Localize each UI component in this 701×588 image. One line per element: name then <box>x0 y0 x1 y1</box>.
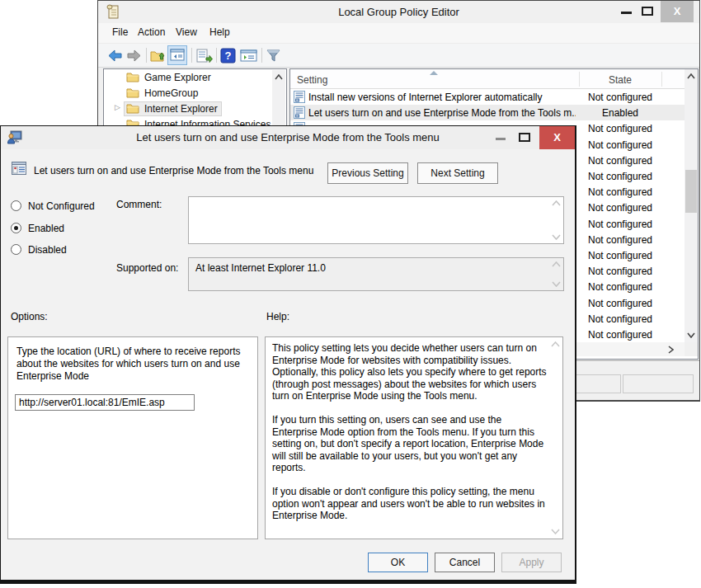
status-pane <box>623 374 694 393</box>
column-setting[interactable]: Setting <box>297 74 327 86</box>
help-icon[interactable]: ? <box>220 48 236 64</box>
state-cell: Not configured <box>579 266 661 277</box>
state-cell: Not configured <box>579 298 661 309</box>
menu-help[interactable]: Help <box>209 26 230 38</box>
state-cell: Not configured <box>579 329 661 341</box>
chevron-down-icon[interactable] <box>552 281 561 287</box>
radio-enabled[interactable]: Enabled <box>11 222 64 234</box>
list-header[interactable]: Setting State <box>290 69 685 89</box>
ok-button[interactable]: OK <box>368 553 428 572</box>
tree-item-internet-explorer[interactable]: ▷Internet Explorer <box>104 101 286 116</box>
state-cell: Not configured <box>579 171 661 182</box>
dialog-minimize-icon[interactable] <box>496 138 506 140</box>
menu-file[interactable]: File <box>112 26 128 38</box>
comment-input[interactable] <box>188 196 564 244</box>
table-row[interactable]: Install new versions of Internet Explore… <box>290 89 685 105</box>
state-cell: Not configured <box>579 155 661 167</box>
close-icon[interactable]: X <box>661 1 694 22</box>
chevron-down-icon[interactable] <box>551 529 560 534</box>
tree-item-label: Internet Explorer <box>144 103 218 115</box>
state-cell: Not configured <box>579 202 661 214</box>
chevron-up-icon[interactable] <box>551 341 560 347</box>
state-cell: Not configured <box>579 139 661 151</box>
console-window-icon[interactable] <box>240 48 257 64</box>
maximize-icon[interactable] <box>642 7 653 16</box>
state-cell: Not configured <box>579 123 661 134</box>
state-cell: Not configured <box>579 92 661 103</box>
column-state[interactable]: State <box>579 74 661 86</box>
policy-setting-dialog: Let users turn on and use Enterprise Mod… <box>0 125 576 584</box>
dialog-titlebar[interactable]: Let users turn on and use Enterprise Mod… <box>1 126 575 149</box>
toolbar: ? <box>98 44 699 68</box>
tree-item-game-explorer[interactable]: Game Explorer <box>104 69 286 85</box>
chevron-up-icon[interactable] <box>552 261 561 267</box>
list-vertical-scrollbar[interactable] <box>685 69 698 342</box>
list-view-icon-selected[interactable] <box>167 45 187 65</box>
radio-disabled[interactable]: Disabled <box>11 243 67 256</box>
previous-setting-button[interactable]: Previous Setting <box>327 162 408 184</box>
state-cell: Enabled <box>579 107 661 119</box>
folder-icon <box>126 72 139 82</box>
filter-icon[interactable] <box>266 48 281 64</box>
dialog-maximize-icon[interactable] <box>519 133 530 142</box>
screen: Local Group Policy Editor X File Action … <box>0 0 701 588</box>
folder-icon <box>126 103 139 114</box>
forward-icon[interactable] <box>126 48 142 64</box>
supported-on-value: At least Internet Explorer 11.0 <box>195 262 326 274</box>
cancel-button[interactable]: Cancel <box>435 553 495 572</box>
folder-icon <box>126 87 139 98</box>
back-icon[interactable] <box>107 48 123 64</box>
chevron-up-icon[interactable] <box>552 200 561 206</box>
table-row[interactable]: Let users turn on and use Enterprise Mod… <box>290 105 685 120</box>
tree-items: Game ExplorerHomeGroup▷Internet Explorer… <box>104 69 286 132</box>
main-window-title: Local Group Policy Editor <box>98 1 699 23</box>
tree-item-label: Game Explorer <box>144 72 211 83</box>
comment-label: Comment: <box>116 199 162 210</box>
state-cell: Not configured <box>579 313 661 325</box>
report-url-input[interactable]: http://server01.local:81/EmIE.asp <box>15 394 195 411</box>
help-label: Help: <box>266 311 289 322</box>
radio-circle-icon[interactable] <box>11 200 21 211</box>
chevron-down-icon[interactable] <box>552 234 561 240</box>
apply-button[interactable]: Apply <box>501 553 562 572</box>
state-cell: Not configured <box>579 186 661 198</box>
next-setting-button[interactable]: Next Setting <box>417 162 498 184</box>
setting-cell: Let users turn on and use Enterprise Mod… <box>308 107 576 119</box>
expander-icon[interactable]: ▷ <box>115 103 123 111</box>
options-instruction: Type the location (URL) of where to rece… <box>16 346 252 383</box>
policy-setting-icon <box>294 91 305 106</box>
policy-setting-icon <box>12 162 26 178</box>
radio-label: Enabled <box>28 223 64 234</box>
menu-action[interactable]: Action <box>138 26 165 38</box>
svg-text:?: ? <box>225 49 232 62</box>
menu-bar: File Action View Help <box>98 23 699 44</box>
radio-not-configured[interactable]: Not Configured <box>11 200 95 212</box>
scrollbar-thumb[interactable] <box>685 170 697 213</box>
main-titlebar[interactable]: Local Group Policy Editor X <box>98 1 699 23</box>
state-cell: Not configured <box>579 219 661 230</box>
supported-on-label: Supported on: <box>116 262 178 274</box>
supported-on-field: At least Internet Explorer 11.0 <box>188 257 564 291</box>
menu-view[interactable]: View <box>176 26 197 38</box>
options-panel: Type the location (URL) of where to rece… <box>7 336 258 539</box>
dialog-close-icon[interactable]: X <box>539 126 575 149</box>
radio-label: Not Configured <box>28 200 95 212</box>
tree-item-homegroup[interactable]: HomeGroup <box>104 85 286 101</box>
state-cell: Not configured <box>579 250 661 261</box>
minimize-icon[interactable] <box>621 12 632 14</box>
radio-circle-icon[interactable] <box>11 223 21 233</box>
dialog-title: Let users turn on and use Enterprise Mod… <box>1 126 575 149</box>
policy-name: Let users turn on and use Enterprise Mod… <box>34 165 313 176</box>
help-panel: This policy setting lets you decide whet… <box>265 336 563 539</box>
state-cell: Not configured <box>579 281 661 293</box>
policy-setting-icon <box>294 106 305 122</box>
parent-folder-icon[interactable] <box>150 48 166 64</box>
export-list-icon[interactable] <box>196 48 212 64</box>
help-text: This policy setting lets you decide whet… <box>272 342 549 534</box>
radio-circle-icon[interactable] <box>11 244 21 255</box>
tree-item-label: HomeGroup <box>144 87 198 99</box>
setting-cell: Install new versions of Internet Explore… <box>308 92 576 103</box>
radio-label: Disabled <box>28 244 67 256</box>
state-cell: Not configured <box>579 234 661 246</box>
sort-ascending-icon <box>430 71 438 75</box>
